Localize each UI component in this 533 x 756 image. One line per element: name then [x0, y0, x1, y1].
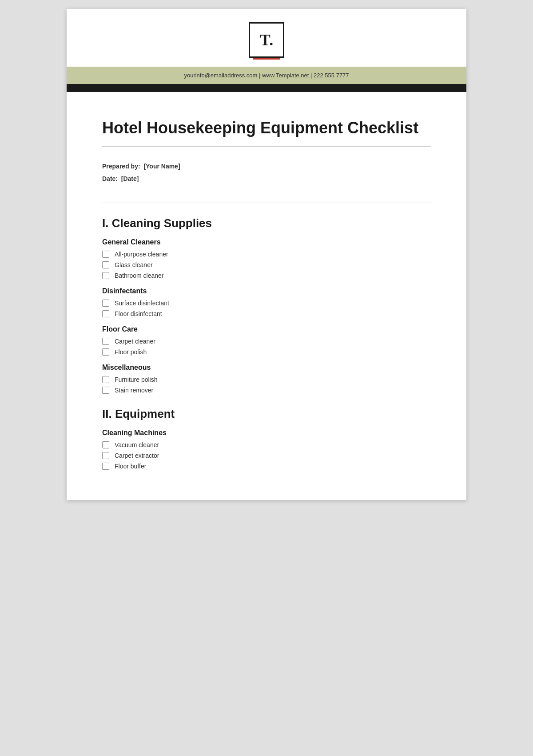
main-content: Hotel Housekeeping Equipment Checklist P…: [67, 92, 466, 500]
date-row: Date: [Date]: [102, 172, 431, 185]
list-item: Carpet cleaner: [102, 338, 431, 345]
item-label: Floor buffer: [115, 463, 146, 470]
contact-bar: yourinfo@emailaddress.com | www.Template…: [67, 67, 466, 84]
list-item: Floor buffer: [102, 463, 431, 470]
prepared-by-value: [Your Name]: [143, 163, 180, 170]
list-item: Floor disinfectant: [102, 310, 431, 317]
section-1-title: I. Cleaning Supplies: [102, 216, 431, 230]
checkbox[interactable]: [102, 441, 109, 448]
item-label: Carpet cleaner: [115, 338, 155, 345]
list-item: Carpet extractor: [102, 452, 431, 459]
list-item: Glass cleaner: [102, 261, 431, 268]
item-label: Glass cleaner: [115, 261, 153, 268]
logo-dot: [253, 58, 280, 60]
checkbox[interactable]: [102, 387, 109, 394]
checkbox[interactable]: [102, 310, 109, 317]
page: T. yourinfo@emailaddress.com | www.Templ…: [67, 9, 466, 500]
checkbox[interactable]: [102, 300, 109, 307]
subsection-cleaning-machines-title: Cleaning Machines: [102, 429, 431, 437]
subsection-floor-care-title: Floor Care: [102, 325, 431, 333]
document-title: Hotel Housekeeping Equipment Checklist: [102, 119, 431, 137]
date-value: [Date]: [121, 175, 139, 182]
subsection-general-cleaners-title: General Cleaners: [102, 238, 431, 246]
dark-bar: [67, 84, 466, 92]
logo-text: T.: [260, 31, 273, 49]
date-label: Date:: [102, 175, 118, 182]
list-item: Surface disinfectant: [102, 300, 431, 307]
divider-1: [102, 146, 431, 147]
list-item: Stain remover: [102, 387, 431, 394]
item-label: All-purpose cleaner: [115, 251, 168, 258]
list-item: All-purpose cleaner: [102, 251, 431, 258]
item-label: Stain remover: [115, 387, 153, 394]
section-2-title: II. Equipment: [102, 407, 431, 421]
logo-box: T.: [249, 22, 284, 58]
divider-2: [102, 203, 431, 203]
checkbox[interactable]: [102, 452, 109, 459]
checkbox[interactable]: [102, 251, 109, 258]
header-logo-section: T.: [67, 9, 466, 64]
item-label: Carpet extractor: [115, 452, 159, 459]
list-item: Bathroom cleaner: [102, 272, 431, 279]
item-label: Surface disinfectant: [115, 300, 169, 307]
prepared-by-label: Prepared by:: [102, 163, 140, 170]
item-label: Furniture polish: [115, 376, 158, 383]
list-item: Vacuum cleaner: [102, 441, 431, 448]
checkbox[interactable]: [102, 261, 109, 268]
checkbox[interactable]: [102, 338, 109, 345]
checkbox[interactable]: [102, 376, 109, 383]
meta-section: Prepared by: [Your Name] Date: [Date]: [102, 156, 431, 194]
subsection-disinfectants-title: Disinfectants: [102, 287, 431, 295]
list-item: Floor polish: [102, 348, 431, 356]
item-label: Floor polish: [115, 348, 147, 356]
prepared-by-row: Prepared by: [Your Name]: [102, 160, 431, 172]
item-label: Vacuum cleaner: [115, 441, 159, 448]
contact-info: yourinfo@emailaddress.com | www.Template…: [184, 72, 349, 79]
list-item: Furniture polish: [102, 376, 431, 383]
checkbox[interactable]: [102, 272, 109, 279]
item-label: Bathroom cleaner: [115, 272, 164, 279]
checkbox[interactable]: [102, 348, 109, 356]
checkbox[interactable]: [102, 463, 109, 470]
subsection-miscellaneous-title: Miscellaneous: [102, 364, 431, 372]
item-label: Floor disinfectant: [115, 310, 162, 317]
